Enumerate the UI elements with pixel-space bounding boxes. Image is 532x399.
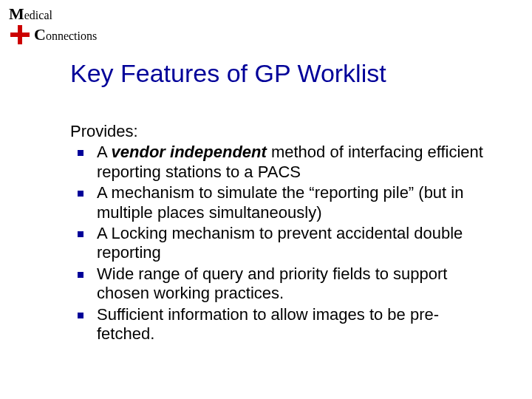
logo-rest-medical: edical — [24, 9, 52, 21]
cross-icon — [10, 25, 30, 44]
slide: Medical Connections Key Features of GP W… — [0, 0, 532, 399]
logo-cap-m: M — [9, 4, 24, 23]
logo-row-2: Connections — [7, 25, 140, 44]
bullet-text: Wide range of query and priority fields … — [97, 265, 447, 302]
list-item: Sufficient information to allow images t… — [70, 305, 488, 344]
logo: Medical Connections — [7, 4, 140, 44]
list-item: A mechanism to simulate the “reporting p… — [70, 183, 488, 222]
bullet-text-emph: vendor independent — [112, 143, 267, 161]
bullet-text: A Locking mechanism to prevent accidenta… — [97, 224, 463, 262]
list-item: A vendor independent method of interfaci… — [70, 143, 488, 182]
slide-body: Provides: A vendor independent method of… — [70, 122, 488, 345]
logo-word-medical: Medical — [9, 4, 140, 24]
logo-rest-connections: onnections — [46, 30, 97, 42]
bullet-text: A mechanism to simulate the “reporting p… — [97, 183, 463, 221]
bullet-text: Sufficient information to allow images t… — [97, 305, 439, 343]
bullet-text-prefix: A — [97, 143, 112, 161]
slide-title: Key Features of GP Worklist — [70, 59, 488, 88]
logo-word-connections: Connections — [34, 25, 97, 44]
logo-cap-c: C — [34, 25, 46, 44]
bullet-list: A vendor independent method of interfaci… — [70, 143, 488, 344]
list-item: A Locking mechanism to prevent accidenta… — [70, 224, 488, 263]
list-item: Wide range of query and priority fields … — [70, 265, 488, 304]
lead-text: Provides: — [70, 122, 488, 141]
svg-rect-1 — [10, 33, 30, 37]
